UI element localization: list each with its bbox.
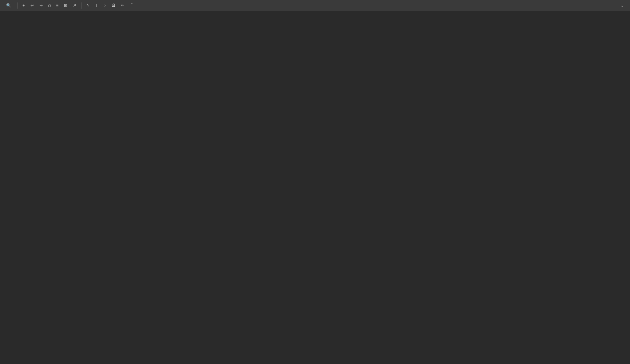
tool-group-1: + ↩ ↪ ⎙ ≡ ⊞ ↗ [20, 2, 79, 9]
image-button[interactable]: 🖼 [109, 2, 118, 9]
cursor-button[interactable]: ↗ [70, 2, 79, 9]
plus-icon: + [22, 3, 25, 8]
pen-button[interactable]: ✏ [118, 2, 127, 9]
share-button[interactable]: ⌄ [618, 2, 626, 9]
shape-button[interactable]: ○ [101, 2, 108, 9]
divider-1 [17, 2, 18, 9]
add-button[interactable]: + [20, 2, 27, 9]
toolbar-right: ⌄ [618, 2, 626, 9]
divider-2 [81, 2, 82, 9]
tool-group-2: ↖ T ○ 🖼 ✏ ⌒ [84, 2, 136, 10]
search-icon: 🔍 [6, 3, 11, 8]
crop-button[interactable]: ⊞ [62, 2, 70, 9]
text-button[interactable]: T [93, 2, 100, 9]
menus-button[interactable]: 🔍 [4, 2, 15, 9]
undo-button[interactable]: ↩ [28, 2, 36, 9]
filter-button[interactable]: ≡ [54, 2, 61, 9]
print-button[interactable]: ⎙ [46, 2, 53, 9]
pointer-button[interactable]: ↖ [84, 2, 92, 9]
redo-button[interactable]: ↪ [37, 2, 45, 9]
toolbar: 🔍 + ↩ ↪ ⎙ ≡ ⊞ ↗ ↖ T ○ 🖼 ✏ ⌒ ⌄ [0, 0, 630, 11]
slides-grid [0, 11, 630, 23]
line-button[interactable]: ⌒ [127, 2, 136, 10]
